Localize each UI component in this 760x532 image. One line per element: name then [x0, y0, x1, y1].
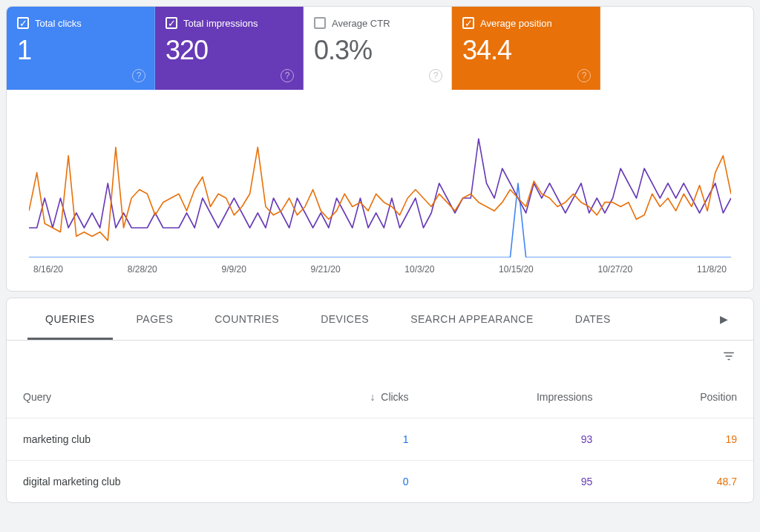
filter-icon[interactable] [721, 348, 737, 364]
help-icon[interactable]: ? [577, 69, 591, 82]
help-icon[interactable]: ? [281, 69, 294, 82]
x-tick: 8/28/20 [128, 264, 157, 275]
tabs-scroll-right[interactable]: ▶ [715, 313, 733, 325]
cell-position: 19 [609, 418, 753, 461]
chart-area: 8/16/208/28/209/9/209/21/2010/3/2010/15/… [7, 90, 753, 291]
help-icon[interactable]: ? [429, 69, 442, 82]
col-query[interactable]: Query [7, 364, 277, 418]
table-header-row: Query ↓ Clicks Impressions Position [7, 364, 753, 418]
x-tick: 11/8/20 [697, 264, 727, 275]
checkbox-icon: ✓ [166, 17, 177, 29]
cell-query: marketing club [7, 418, 277, 461]
metric-label: Total impressions [183, 18, 258, 29]
cell-impressions: 95 [425, 461, 609, 503]
chart-x-axis: 8/16/208/28/209/9/209/21/2010/3/2010/15/… [29, 260, 731, 283]
queries-card: QUERIESPAGESCOUNTRIESDEVICESSEARCH APPEA… [6, 298, 754, 503]
performance-chart [29, 109, 731, 257]
cell-impressions: 93 [425, 418, 609, 461]
tab-dates[interactable]: DATES [557, 298, 629, 340]
tab-search-appearance[interactable]: SEARCH APPEARANCE [393, 298, 551, 340]
metrics-strip: ✓ Total clicks 1 ? ✓ Total impressions 3… [7, 7, 753, 90]
table-row[interactable]: digital marketing club09548.7 [7, 461, 753, 503]
col-clicks[interactable]: ↓ Clicks [277, 364, 425, 418]
checkbox-icon: ✓ [17, 17, 29, 29]
tab-pages[interactable]: PAGES [119, 298, 191, 340]
tab-devices[interactable]: DEVICES [303, 298, 387, 340]
tabs: QUERIESPAGESCOUNTRIESDEVICESSEARCH APPEA… [7, 298, 753, 341]
x-tick: 9/21/20 [311, 264, 341, 275]
x-tick: 8/16/20 [33, 264, 63, 275]
checkbox-icon: ✓ [462, 17, 474, 29]
cell-query: digital marketing club [7, 461, 277, 503]
metric-average-ctr[interactable]: Average CTR 0.3% ? [304, 7, 452, 90]
x-tick: 9/9/20 [222, 264, 246, 275]
tab-queries[interactable]: QUERIES [27, 298, 113, 340]
metric-average-position[interactable]: ✓ Average position 34.4 ? [452, 7, 600, 90]
metric-label: Average position [480, 18, 552, 29]
queries-table: Query ↓ Clicks Impressions Position mark… [7, 364, 753, 502]
col-position[interactable]: Position [609, 364, 753, 418]
x-tick: 10/27/20 [598, 264, 633, 275]
metric-total-clicks[interactable]: ✓ Total clicks 1 ? [7, 7, 155, 90]
x-tick: 10/15/20 [499, 264, 534, 275]
metric-value: 1 [17, 35, 144, 66]
metric-value: 320 [166, 35, 292, 66]
cell-clicks: 0 [277, 461, 425, 503]
metric-total-impressions[interactable]: ✓ Total impressions 320 ? [155, 7, 304, 90]
cell-clicks: 1 [277, 418, 425, 461]
col-impressions[interactable]: Impressions [425, 364, 609, 418]
metric-value: 0.3% [314, 35, 441, 66]
checkbox-icon [314, 17, 326, 29]
metric-value: 34.4 [462, 35, 589, 66]
metric-label: Total clicks [35, 18, 82, 29]
cell-position: 48.7 [609, 461, 753, 503]
metric-label: Average CTR [332, 18, 390, 29]
table-row[interactable]: marketing club19319 [7, 418, 753, 461]
performance-card: ✓ Total clicks 1 ? ✓ Total impressions 3… [6, 6, 754, 292]
tab-countries[interactable]: COUNTRIES [197, 298, 297, 340]
x-tick: 10/3/20 [404, 264, 434, 275]
help-icon[interactable]: ? [132, 69, 145, 82]
sort-desc-icon: ↓ [370, 391, 375, 403]
